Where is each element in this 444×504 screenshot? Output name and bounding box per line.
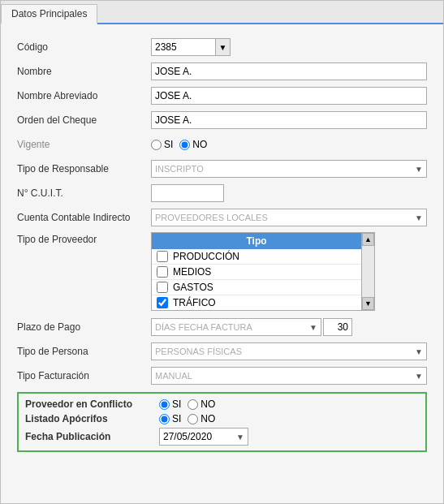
tipo-proveedor-gastos: GASTOS [152, 280, 361, 295]
vigente-no-label: NO [192, 139, 207, 150]
listado-apocrifos-row: Listado Apócrifos SI NO [25, 413, 419, 424]
tipo-facturacion-control: MANUAL ▼ [151, 367, 427, 385]
tipo-proveedor-label: Tipo de Proveedor [17, 232, 151, 245]
tab-label: Datos Principales [11, 8, 87, 19]
vigente-no-radio[interactable] [179, 140, 190, 150]
fecha-publicacion-row: Fecha Publicación 27/05/2020 ▼ [25, 428, 419, 446]
listado-apocrifos-radio-group: SI NO [159, 413, 215, 424]
vigente-row: Vigente SI NO [17, 135, 427, 154]
tipo-trafico-checkbox[interactable] [157, 297, 168, 308]
tipo-proveedor-control: Tipo PRODUCCIÓN MEDIOS GASTOS [151, 232, 427, 311]
vigente-label: Vigente [17, 139, 151, 150]
conflicto-no-radio[interactable] [188, 399, 198, 410]
fecha-publicacion-select[interactable]: 27/05/2020 ▼ [159, 428, 248, 446]
fecha-publicacion-label: Fecha Publicación [25, 431, 159, 442]
orden-cheque-label: Orden del Cheque [17, 114, 151, 126]
tipo-facturacion-select[interactable]: MANUAL ▼ [151, 367, 427, 385]
tipo-proveedor-outer: Tipo PRODUCCIÓN MEDIOS GASTOS [151, 232, 427, 311]
tipo-responsable-label: Tipo de Responsable [17, 163, 151, 174]
tipo-medios-label: MEDIOS [173, 266, 211, 278]
tipo-produccion-label: PRODUCCIÓN [173, 251, 239, 262]
plazo-pago-arrow: ▼ [309, 323, 317, 332]
tipo-facturacion-value: MANUAL [155, 371, 192, 381]
listado-si-item: SI [159, 413, 181, 424]
tipo-persona-control: PERSONAS FÍSICAS ▼ [151, 342, 427, 360]
listado-si-label: SI [172, 413, 181, 424]
codigo-input[interactable] [151, 38, 216, 56]
proveedor-conflicto-radio-group: SI NO [159, 398, 215, 410]
tipo-facturacion-label: Tipo Facturación [17, 370, 151, 381]
plazo-pago-control: DÍAS FECHA FACTURA ▼ [151, 318, 427, 336]
tipo-responsable-select[interactable]: INSCRIPTO ▼ [151, 160, 427, 178]
tipo-proveedor-produccion: PRODUCCIÓN [152, 249, 361, 265]
listado-no-radio[interactable] [188, 414, 198, 424]
codigo-row: Código ▼ [17, 37, 427, 57]
cuenta-contable-arrow: ▼ [415, 213, 423, 222]
conflicto-si-item: SI [159, 398, 181, 410]
tipo-responsable-value: INSCRIPTO [155, 164, 204, 174]
tipo-gastos-label: GASTOS [173, 282, 213, 293]
nombre-control [151, 62, 427, 80]
orden-cheque-input[interactable] [151, 111, 427, 129]
nombre-row: Nombre [17, 62, 427, 81]
orden-cheque-control [151, 111, 427, 129]
vigente-no-item: NO [179, 139, 207, 150]
tipo-proveedor-trafico: TRÁFICO [152, 295, 361, 310]
tipo-facturacion-row: Tipo Facturación MANUAL ▼ [17, 366, 427, 386]
codigo-dropdown-button[interactable]: ▼ [216, 38, 231, 56]
vigente-control: SI NO [151, 139, 427, 150]
tipo-persona-arrow: ▼ [415, 347, 423, 356]
conflicto-si-radio[interactable] [159, 399, 170, 410]
tipo-persona-label: Tipo de Persona [17, 346, 151, 357]
conflicto-si-label: SI [172, 398, 181, 410]
tipo-proveedor-scrollbar: ▲ ▼ [362, 232, 375, 311]
listado-apocrifos-label: Listado Apócrifos [25, 413, 159, 424]
plazo-pago-row: Plazo de Pago DÍAS FECHA FACTURA ▼ [17, 317, 427, 337]
tipo-produccion-checkbox[interactable] [157, 251, 168, 262]
tipo-persona-value: PERSONAS FÍSICAS [155, 347, 242, 356]
nombre-abreviado-label: Nombre Abreviado [17, 90, 151, 101]
fecha-publicacion-arrow: ▼ [236, 433, 244, 442]
tipo-proveedor-medios: MEDIOS [152, 265, 361, 280]
tipo-responsable-arrow: ▼ [415, 165, 423, 174]
tipo-gastos-checkbox[interactable] [157, 282, 168, 293]
tipo-medios-checkbox[interactable] [157, 266, 168, 278]
tipo-proveedor-row: Tipo de Proveedor Tipo PRODUCCIÓN MEDIOS [17, 232, 427, 311]
cuit-input[interactable] [151, 184, 224, 202]
nombre-abreviado-control [151, 87, 427, 105]
plazo-pago-select[interactable]: DÍAS FECHA FACTURA ▼ [151, 318, 321, 336]
tab-datos-principales[interactable]: Datos Principales [1, 4, 97, 24]
vigente-si-label: SI [164, 139, 173, 150]
listado-no-item: NO [188, 413, 215, 424]
cuenta-contable-select[interactable]: PROVEEDORES LOCALES ▼ [151, 209, 427, 226]
tipo-persona-select[interactable]: PERSONAS FÍSICAS ▼ [151, 342, 427, 360]
scroll-up-button[interactable]: ▲ [362, 233, 374, 246]
tipo-proveedor-header: Tipo [152, 233, 361, 249]
cuenta-contable-label: Cuenta Contable Indirecto [17, 212, 151, 223]
proveedor-conflicto-row: Proveedor en Conflicto SI NO [25, 398, 419, 410]
orden-cheque-row: Orden del Cheque [17, 110, 427, 130]
cuit-row: N° C.U.I.T. [17, 183, 427, 203]
plazo-pago-value: DÍAS FECHA FACTURA [155, 322, 252, 332]
proveedor-conflicto-label: Proveedor en Conflicto [25, 398, 159, 410]
main-window: Datos Principales Código ▼ Nombre Nombre… [0, 0, 444, 504]
cuit-control [151, 184, 427, 202]
tab-bar: Datos Principales [1, 1, 443, 24]
nombre-abreviado-input[interactable] [151, 87, 427, 105]
nombre-label: Nombre [17, 66, 151, 77]
nombre-input[interactable] [151, 62, 427, 80]
vigente-radio-group: SI NO [151, 139, 427, 150]
plazo-pago-num[interactable] [323, 318, 352, 336]
scroll-down-button[interactable]: ▼ [362, 297, 374, 310]
conflict-box: Proveedor en Conflicto SI NO Listado Apó… [17, 392, 427, 452]
tipo-persona-row: Tipo de Persona PERSONAS FÍSICAS ▼ [17, 342, 427, 361]
cuenta-contable-value: PROVEEDORES LOCALES [155, 213, 268, 222]
codigo-control: ▼ [151, 38, 427, 56]
plazo-pago-row-inner: DÍAS FECHA FACTURA ▼ [151, 318, 427, 336]
cuenta-contable-control: PROVEEDORES LOCALES ▼ [151, 209, 427, 226]
tipo-trafico-label: TRÁFICO [173, 297, 216, 308]
nombre-abreviado-row: Nombre Abreviado [17, 86, 427, 106]
plazo-pago-label: Plazo de Pago [17, 321, 151, 333]
vigente-si-radio[interactable] [151, 140, 162, 150]
listado-si-radio[interactable] [159, 414, 170, 424]
